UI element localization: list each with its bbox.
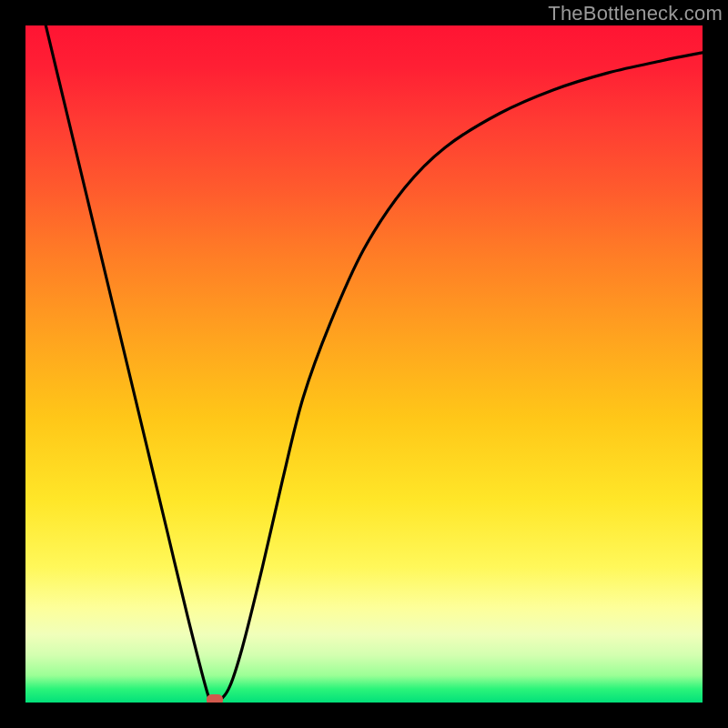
bottleneck-curve: [25, 25, 703, 703]
watermark-text: TheBottleneck.com: [548, 2, 723, 25]
plot-area: [25, 25, 703, 703]
minimum-marker: [207, 694, 223, 703]
chart-frame: TheBottleneck.com: [0, 0, 728, 728]
